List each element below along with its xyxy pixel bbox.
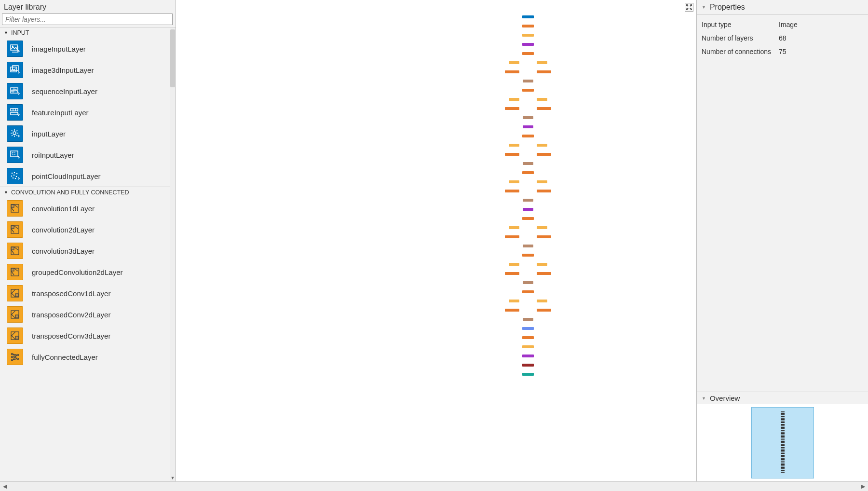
- graph-node[interactable]: [509, 98, 519, 101]
- scrollbar-thumb[interactable]: [170, 29, 175, 87]
- scroll-down-arrow-icon[interactable]: ▼: [170, 476, 176, 480]
- filter-layers-input[interactable]: [2, 14, 173, 25]
- category-header-input[interactable]: ▼INPUT: [0, 27, 170, 38]
- graph-node[interactable]: [522, 355, 534, 357]
- layer-list-scrollbar[interactable]: ▼: [170, 27, 176, 481]
- collapse-overview-icon: ▼: [702, 396, 706, 401]
- layer-item-imageInputLayer[interactable]: imageInputLayer: [0, 38, 170, 59]
- graph-node[interactable]: [522, 171, 534, 174]
- layer-item-fullyConnectedLayer[interactable]: fullyConnectedLayer: [0, 346, 170, 368]
- layer-item-label: featureInputLayer: [32, 109, 89, 117]
- graph-node[interactable]: [523, 245, 533, 247]
- image3d-input-icon: [7, 62, 23, 78]
- layer-item-roiInputLayer[interactable]: roiInputLayer: [0, 144, 170, 165]
- layer-item-featureInputLayer[interactable]: featureInputLayer: [0, 102, 170, 123]
- layer-item-inputLayer[interactable]: inputLayer: [0, 123, 170, 144]
- category-header-convolution-and-fully-connected[interactable]: ▼CONVOLUTION AND FULLY CONNECTED: [0, 187, 170, 198]
- layer-item-label: convolution2dLayer: [32, 226, 95, 234]
- overview-viewport[interactable]: [751, 407, 814, 478]
- graph-node[interactable]: [537, 153, 551, 156]
- graph-node[interactable]: [537, 226, 547, 229]
- graph-node[interactable]: [509, 263, 519, 266]
- graph-node[interactable]: [523, 125, 533, 128]
- graph-node[interactable]: [509, 226, 519, 229]
- graph-node[interactable]: [505, 272, 519, 275]
- graph-node[interactable]: [522, 290, 534, 293]
- graph-node[interactable]: [509, 300, 519, 302]
- graph-node[interactable]: [523, 208, 533, 211]
- graph-node[interactable]: [509, 180, 519, 183]
- collapse-right-panel-button[interactable]: ▶: [861, 483, 865, 490]
- graph-node[interactable]: [523, 281, 533, 284]
- graph-node[interactable]: [537, 70, 551, 73]
- graph-node[interactable]: [522, 15, 534, 18]
- layer-item-transposedConv3dLayer[interactable]: transposedConv3dLayer: [0, 325, 170, 346]
- graph-node[interactable]: [509, 144, 519, 147]
- graph-node[interactable]: [523, 116, 533, 119]
- layer-item-transposedConv1dLayer[interactable]: transposedConv1dLayer: [0, 283, 170, 304]
- graph-node[interactable]: [505, 235, 519, 238]
- layer-item-label: imageInputLayer: [32, 45, 86, 53]
- graph-node[interactable]: [522, 25, 534, 27]
- graph-node[interactable]: [537, 272, 551, 275]
- graph-node[interactable]: [522, 254, 534, 257]
- overview-header[interactable]: ▼ Overview: [697, 392, 868, 404]
- svg-point-46: [17, 358, 18, 359]
- graph-node[interactable]: [522, 327, 534, 330]
- properties-body: Input typeImageNumber of layers68Number …: [697, 15, 868, 61]
- graph-node[interactable]: [522, 336, 534, 339]
- graph-node[interactable]: [522, 34, 534, 37]
- graph-node[interactable]: [522, 217, 534, 220]
- svg-point-42: [11, 353, 13, 355]
- layer-item-groupedConvolution2dLayer[interactable]: groupedConvolution2dLayer: [0, 261, 170, 283]
- layer-item-convolution1dLayer[interactable]: convolution1dLayer: [0, 198, 170, 219]
- layer-item-convolution2dLayer[interactable]: convolution2dLayer: [0, 219, 170, 240]
- properties-header[interactable]: ▼ Properties: [697, 0, 868, 15]
- layer-item-sequenceInputLayer[interactable]: sequenceInputLayer: [0, 81, 170, 102]
- graph-node[interactable]: [505, 70, 519, 73]
- graph-node[interactable]: [523, 80, 533, 82]
- graph-node[interactable]: [537, 107, 551, 110]
- property-label: Number of connections: [702, 48, 779, 55]
- graph-node[interactable]: [523, 162, 533, 165]
- graph-node[interactable]: [537, 144, 547, 147]
- property-row: Input typeImage: [702, 18, 863, 31]
- svg-rect-35: [11, 268, 14, 271]
- layer-item-pointCloudInputLayer[interactable]: pointCloudInputLayer: [0, 165, 170, 187]
- graph-node[interactable]: [505, 107, 519, 110]
- graph-node[interactable]: [522, 135, 534, 137]
- graph-node[interactable]: [523, 199, 533, 202]
- collapse-left-panel-button[interactable]: ◀: [3, 483, 7, 490]
- graph-node[interactable]: [537, 263, 547, 266]
- graph-node[interactable]: [522, 364, 534, 367]
- layer-item-label: transposedConv2dLayer: [32, 311, 110, 319]
- graph-node[interactable]: [522, 52, 534, 55]
- svg-line-15: [16, 135, 17, 136]
- graph-node[interactable]: [505, 153, 519, 156]
- properties-title: Properties: [710, 3, 745, 12]
- layer-item-convolution3dLayer[interactable]: convolution3dLayer: [0, 240, 170, 261]
- graph-node[interactable]: [505, 190, 519, 192]
- graph-node[interactable]: [522, 89, 534, 92]
- graph-node[interactable]: [537, 98, 547, 101]
- tconv3d-icon: [7, 327, 23, 344]
- graph-node[interactable]: [537, 180, 547, 183]
- graph-node[interactable]: [537, 190, 551, 192]
- layer-item-image3dInputLayer[interactable]: image3dInputLayer: [0, 59, 170, 81]
- graph-node[interactable]: [537, 235, 551, 238]
- graph-node[interactable]: [509, 61, 519, 64]
- graph-node[interactable]: [522, 373, 534, 376]
- graph-node[interactable]: [537, 309, 551, 312]
- layer-item-label: pointCloudInputLayer: [32, 172, 101, 180]
- graph-node[interactable]: [537, 61, 547, 64]
- right-panel: ▼ Properties Input typeImageNumber of la…: [696, 0, 868, 481]
- network-canvas[interactable]: [176, 0, 696, 481]
- svg-point-25: [16, 176, 17, 177]
- graph-node[interactable]: [505, 309, 519, 312]
- graph-node[interactable]: [522, 345, 534, 348]
- graph-node[interactable]: [523, 318, 533, 321]
- layer-item-transposedConv2dLayer[interactable]: transposedConv2dLayer: [0, 304, 170, 325]
- graph-node[interactable]: [522, 43, 534, 46]
- svg-point-45: [17, 354, 18, 355]
- graph-node[interactable]: [537, 300, 547, 302]
